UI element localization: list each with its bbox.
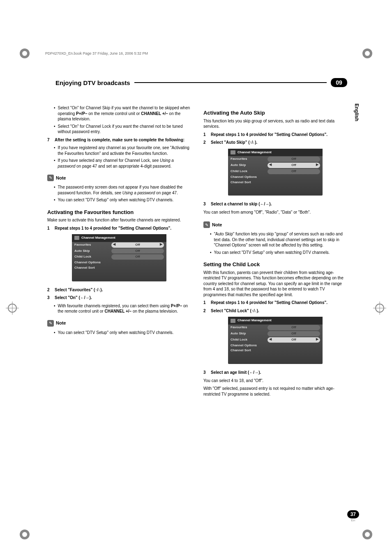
- list-item: Select "On" for Channel Lock if you want…: [54, 124, 191, 135]
- menu-panel-childlock: Channel Management FavouritesOff Auto Sk…: [228, 317, 323, 364]
- tv-icon: [231, 319, 235, 323]
- left-column: Select "On" for Channel Skip if you want…: [47, 104, 191, 399]
- note-icon: ✎: [47, 320, 54, 327]
- step-3: 3Select a channel to skip (←/→).: [203, 201, 347, 207]
- note-icon: ✎: [203, 221, 210, 228]
- chapter-badge: 09: [331, 78, 347, 87]
- section-heading-favourites: Activating the Favourites function: [47, 209, 191, 216]
- section-subtext: Make sure to activate this function afte…: [47, 217, 191, 223]
- menu-row-childlock[interactable]: Child Lock◀Off▶: [228, 337, 323, 343]
- menu-row-autoskip[interactable]: Auto SkipOff: [72, 248, 166, 254]
- arrow-right-icon[interactable]: ▶: [158, 242, 164, 247]
- step-1: 1Repeat steps 1 to 4 provided for "Setti…: [203, 132, 347, 138]
- menu-row-autoskip[interactable]: Auto SkipOff: [228, 331, 323, 337]
- note-badge: ✎Note: [47, 175, 66, 181]
- tv-icon: [74, 236, 79, 240]
- list-item: "Auto Skip" function lets you skip "grou…: [210, 231, 347, 248]
- step-subtext: You can select 4 to 18, and "Off".: [203, 378, 347, 384]
- print-mark-tr: [359, 45, 376, 62]
- print-mark-right: [371, 300, 388, 316]
- section-subtext: This function lets you skip group of ser…: [203, 118, 347, 129]
- section-heading-childlock: Setting the Child Lock: [203, 261, 347, 268]
- title-bar: Enjoying DTV broadcasts 09: [47, 78, 347, 87]
- step-7: 7After the setting is complete, make sur…: [47, 137, 191, 143]
- step-3: 3Select an age limit (←/→).: [203, 370, 347, 375]
- menu-row-autoskip[interactable]: Auto Skip◀Off▶: [228, 162, 323, 168]
- svg-point-7: [365, 532, 370, 537]
- menu-panel-favourites: Channel Management Favourites◀Off▶ Auto …: [72, 234, 166, 281]
- arrow-right-icon[interactable]: ▶: [314, 163, 320, 167]
- step-3: 3Select "On" (←/→).: [47, 295, 191, 301]
- note-badge: ✎Note: [47, 320, 66, 327]
- arrow-left-icon[interactable]: ◀: [111, 242, 117, 247]
- list-item: You can select "DTV Setup" only when wat…: [54, 330, 191, 336]
- svg-point-5: [22, 532, 27, 537]
- step-subtext: You can select from among "Off", "Radio"…: [203, 210, 347, 215]
- menu-title: Channel Management: [72, 234, 166, 242]
- menu-row-channelsort[interactable]: Channel Sort: [228, 180, 323, 185]
- menu-row-channeloptions[interactable]: Channel Options: [72, 260, 166, 265]
- step-1: 1Repeat steps 1 to 4 provided for "Setti…: [47, 226, 191, 231]
- svg-point-3: [365, 51, 370, 56]
- header-stamp: PDP4270XD_En.book Page 37 Friday, June 1…: [45, 51, 148, 55]
- page-number: 37 En: [347, 510, 359, 522]
- menu-row-childlock[interactable]: Child LockOff: [228, 168, 323, 175]
- note-badge: ✎Note: [203, 221, 222, 228]
- list-item: The password entry screen does not appea…: [54, 184, 191, 196]
- list-item: With favourite channels registered, you …: [54, 303, 191, 314]
- arrow-right-icon[interactable]: ▶: [314, 337, 320, 342]
- step-1: 1Repeat steps 1 to 4 provided for "Setti…: [203, 300, 347, 306]
- arrow-left-icon[interactable]: ◀: [267, 163, 273, 167]
- list-item: If you have selected any channel for Cha…: [54, 158, 191, 169]
- list-item: If you have registered any channel as yo…: [54, 145, 191, 156]
- menu-row-favourites[interactable]: FavouritesOff: [228, 156, 323, 162]
- step-2: 2Select "Auto Skip" (↑/↓).: [203, 140, 347, 145]
- section-subtext: With this function, parents can prevent …: [203, 270, 347, 298]
- note-icon: ✎: [47, 175, 54, 181]
- print-mark-bl: [16, 526, 33, 543]
- list-item: You can select "DTV Setup" only when wat…: [54, 197, 191, 203]
- print-mark-br: [359, 526, 376, 543]
- print-mark-left: [4, 300, 21, 316]
- right-column: Activating the Auto Skip This function l…: [203, 104, 347, 399]
- list-item: Select "On" for Channel Skip if you want…: [54, 105, 191, 122]
- menu-row-childlock[interactable]: Child LockOff: [72, 254, 166, 260]
- menu-panel-autoskip: Channel Management FavouritesOff Auto Sk…: [228, 149, 323, 196]
- menu-row-channeloptions[interactable]: Channel Options: [228, 175, 323, 180]
- menu-title: Channel Management: [228, 149, 323, 157]
- section-heading-autoskip: Activating the Auto Skip: [203, 109, 347, 117]
- page-title: Enjoying DTV broadcasts: [51, 79, 134, 86]
- menu-row-favourites[interactable]: Favourites◀Off▶: [72, 242, 166, 248]
- menu-title: Channel Management: [228, 317, 323, 325]
- list-item: You can select "DTV Setup" only when wat…: [210, 250, 347, 256]
- step-2: 2Select "Child Lock" (↑/↓).: [203, 308, 347, 314]
- menu-row-channeloptions[interactable]: Channel Options: [228, 343, 323, 348]
- menu-row-channelsort[interactable]: Channel Sort: [228, 348, 323, 353]
- language-tab: English: [354, 104, 360, 121]
- menu-row-channelsort[interactable]: Channel Sort: [72, 265, 166, 271]
- arrow-left-icon[interactable]: ◀: [267, 337, 273, 342]
- print-mark-tl: [16, 45, 33, 62]
- step-subtext: With "Off" selected, password entry is n…: [203, 386, 347, 397]
- tv-icon: [231, 150, 235, 154]
- svg-point-1: [22, 51, 27, 56]
- menu-row-favourites[interactable]: FavouritesOff: [228, 325, 323, 331]
- step-2: 2Select "Favourites" (↑/↓).: [47, 287, 191, 293]
